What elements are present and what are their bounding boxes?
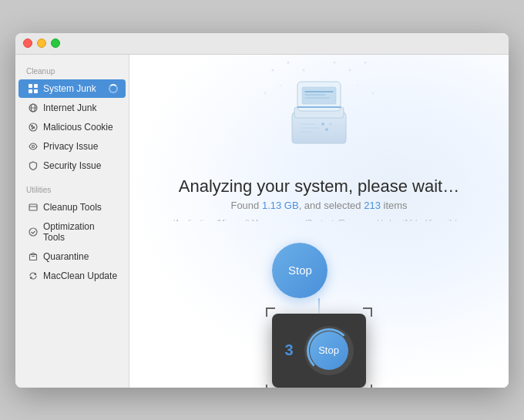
sidebar-item-system-junk-label: System Junk xyxy=(43,83,104,94)
eye-icon xyxy=(28,141,39,152)
svg-point-37 xyxy=(321,123,324,126)
bracket-br xyxy=(363,385,372,388)
titlebar xyxy=(15,33,509,55)
subtitle-prefix: Found xyxy=(230,200,261,211)
svg-point-38 xyxy=(325,128,328,131)
stop-button[interactable]: Stop xyxy=(272,243,328,298)
stop-button-label: Stop xyxy=(288,264,312,277)
app-window: Cleanup System Junk xyxy=(15,33,509,388)
close-button[interactable] xyxy=(23,39,32,48)
svg-point-39 xyxy=(330,123,332,125)
found-items: 213 xyxy=(364,200,381,211)
scanner-illustration xyxy=(257,55,381,158)
bracket-tl xyxy=(266,307,275,317)
sidebar-item-optimization-tools-label: Optimization Tools xyxy=(43,221,118,243)
tooltip-box: 3 Stop xyxy=(272,314,365,388)
sidebar-item-malicious-cookie-label: Malicious Cookie xyxy=(43,122,118,133)
found-size: 1.13 GB xyxy=(262,200,299,211)
svg-point-23 xyxy=(264,92,267,94)
tooltip-stop-ring: Stop xyxy=(304,326,354,375)
analyzing-subtitle: Found 1.13 GB, and selected 213 items xyxy=(179,200,459,211)
shield-icon xyxy=(28,160,39,171)
sidebar-item-internet-junk[interactable]: Internet Junk xyxy=(18,99,126,117)
refresh-icon xyxy=(28,270,39,281)
utilities-section-label: Utilities xyxy=(15,180,129,197)
sidebar-item-privacy-issue-label: Privacy Issue xyxy=(43,141,118,152)
tooltip-stop-button[interactable]: Stop xyxy=(310,331,348,370)
svg-rect-0 xyxy=(29,84,32,88)
minimize-button[interactable] xyxy=(37,39,46,48)
svg-point-19 xyxy=(303,69,305,71)
svg-point-11 xyxy=(32,145,35,147)
svg-rect-30 xyxy=(302,87,336,104)
analyzing-title: Analyzing your system, please wait… xyxy=(179,176,459,197)
sidebar-item-security-issue-label: Security Issue xyxy=(43,160,118,171)
svg-point-10 xyxy=(32,127,32,128)
sidebar-item-malicious-cookie[interactable]: Malicious Cookie xyxy=(18,118,126,136)
svg-point-9 xyxy=(33,126,35,128)
sidebar-item-security-issue[interactable]: Security Issue xyxy=(18,156,126,175)
tooltip-stop-label: Stop xyxy=(318,344,339,356)
sidebar-item-privacy-issue[interactable]: Privacy Issue xyxy=(18,137,126,156)
grid-icon xyxy=(28,83,39,94)
sidebar-item-internet-junk-label: Internet Junk xyxy=(43,102,118,113)
maximize-button[interactable] xyxy=(51,39,60,48)
svg-point-22 xyxy=(364,61,367,63)
svg-point-25 xyxy=(280,85,281,86)
main-content: Analyzing your system, please wait… Foun… xyxy=(129,55,509,388)
bracket-bl xyxy=(266,385,275,388)
sidebar-item-quarantine-label: Quarantine xyxy=(43,251,118,262)
svg-point-8 xyxy=(32,125,33,126)
wrench-icon xyxy=(28,202,39,213)
sidebar-item-cleanup-tools-label: Cleanup Tools xyxy=(43,202,118,213)
svg-point-20 xyxy=(334,61,336,63)
sidebar-item-macclean-update[interactable]: MacClean Update xyxy=(18,267,126,285)
app-content: Cleanup System Junk xyxy=(15,55,509,388)
globe-icon xyxy=(28,102,39,113)
svg-point-26 xyxy=(357,85,358,86)
sidebar-item-cleanup-tools[interactable]: Cleanup Tools xyxy=(18,198,126,217)
svg-point-21 xyxy=(349,69,351,71)
svg-point-24 xyxy=(372,92,375,94)
svg-rect-2 xyxy=(29,89,32,93)
box-icon xyxy=(28,251,39,262)
cleanup-section-label: Cleanup xyxy=(15,61,129,79)
svg-point-14 xyxy=(29,228,37,236)
svg-rect-15 xyxy=(30,254,37,260)
sidebar-item-optimization-tools[interactable]: Optimization Tools xyxy=(18,217,126,247)
svg-rect-1 xyxy=(34,84,38,88)
cookie-icon xyxy=(28,122,39,133)
subtitle-middle: , and selected xyxy=(299,200,364,211)
sidebar-item-macclean-update-label: MacClean Update xyxy=(43,270,118,281)
subtitle-suffix: items xyxy=(381,200,408,211)
file-path: /Applications/Microsoft Messenger.app/Co… xyxy=(173,219,465,221)
svg-rect-12 xyxy=(29,204,37,210)
sidebar-item-quarantine[interactable]: Quarantine xyxy=(18,247,126,266)
analyzing-text: Analyzing your system, please wait… Foun… xyxy=(179,176,459,211)
check-circle-icon xyxy=(28,227,39,237)
loading-spinner xyxy=(109,84,118,93)
svg-point-18 xyxy=(287,61,290,63)
sidebar: Cleanup System Junk xyxy=(15,55,129,388)
bracket-tr xyxy=(363,307,372,317)
sidebar-item-system-junk[interactable]: System Junk xyxy=(18,79,126,98)
svg-point-17 xyxy=(272,69,274,71)
svg-rect-3 xyxy=(34,89,38,93)
stop-button-container: Stop 3 Stop xyxy=(272,243,365,388)
